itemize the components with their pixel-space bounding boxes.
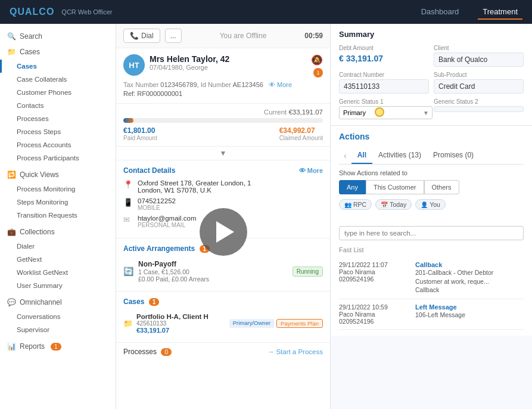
summary-grid: Debt Amount € 33,191.07 Client Bank of Q… xyxy=(339,45,524,119)
contract-number-label: Contract Number xyxy=(339,72,429,78)
sidebar-item-process-participants[interactable]: Process Participants xyxy=(0,151,116,165)
search-input[interactable] xyxy=(339,226,524,240)
patient-right: 🔕 1 xyxy=(311,54,323,78)
sidebar-reports-label: Reports xyxy=(20,342,45,351)
fast-list-date-0: 29/11/2022 11:07 xyxy=(339,261,410,268)
filter-buttons: Any This Customer Others xyxy=(339,180,524,194)
rpc-icon: 👥 xyxy=(344,202,351,208)
sidebar-item-user-summary[interactable]: User Summary xyxy=(0,279,116,292)
sidebar-item-getnext[interactable]: GetNext xyxy=(0,253,116,266)
tab-activities[interactable]: Activities (13) xyxy=(372,147,427,164)
filter-this-customer-button[interactable]: This Customer xyxy=(366,180,424,194)
paid-amount: €1,801.00 xyxy=(123,126,157,135)
email-icon: ✉ xyxy=(123,215,133,224)
search-icon: 🔍 xyxy=(7,32,16,41)
sidebar-cases-header[interactable]: 📁 Cases xyxy=(0,44,116,60)
fast-list-date-1: 29/11/2022 10:59 xyxy=(339,303,410,311)
claimed-section: €34,992.07 Claimed Amount xyxy=(279,126,323,141)
generic-status1-select[interactable]: Primary xyxy=(339,106,433,119)
video-play-button[interactable] xyxy=(200,208,247,256)
cases-section: Cases 1 📁 Portfolio H-A, Client H 425610… xyxy=(116,292,330,343)
tab-promises[interactable]: Promises (0) xyxy=(427,147,480,164)
sidebar-item-conversations[interactable]: Conversations xyxy=(0,310,116,323)
email-address: htaylor@gmail.com xyxy=(138,215,197,222)
tax-number: 0123456789 xyxy=(160,81,197,88)
paid-section: €1,801.00 Paid Amount xyxy=(123,126,157,141)
user-icon: 👤 xyxy=(421,202,428,208)
cases-section-title: Cases 1 xyxy=(123,298,323,306)
fast-list-left-1: 29/11/2022 10:59 Paco Nirama 0209524196 xyxy=(339,303,410,325)
contact-details-title: Contact Details 👁 More xyxy=(123,166,323,175)
more-options-button[interactable]: ... xyxy=(165,29,182,43)
arrangement-details: Non-Payoff 1 Case, €1,526.00£0.00 Paid, … xyxy=(138,260,288,283)
fast-list-label: Fast List xyxy=(339,246,524,253)
sidebar-item-dialer[interactable]: Dialer xyxy=(0,240,116,253)
contact-address: Oxford Street 178, Greater London, 1 Lon… xyxy=(138,179,251,194)
address-text: Oxford Street 178, Greater London, 1 xyxy=(138,179,251,187)
main-layout: 🔍 Search 📁 Cases Cases Case Collaterals … xyxy=(0,24,532,409)
claimed-amount: €34,992.07 xyxy=(279,126,323,135)
start-process-link[interactable]: → Start a Process xyxy=(267,348,323,355)
fast-list-type-0[interactable]: Callback xyxy=(415,261,524,268)
folder-icon: 📁 xyxy=(123,319,133,328)
arrangement-item: 🔄 Non-Payoff 1 Case, €1,526.00£0.00 Paid… xyxy=(123,258,323,285)
tag-rpc[interactable]: 👥 RPC xyxy=(339,199,372,210)
filter-others-button[interactable]: Others xyxy=(424,180,459,194)
sidebar-search[interactable]: 🔍 Search xyxy=(0,29,116,44)
sidebar-item-supervisor[interactable]: Supervisor xyxy=(0,323,116,336)
expand-button[interactable]: ▼ xyxy=(116,147,330,160)
sidebar-item-cases[interactable]: Cases xyxy=(0,60,116,73)
collections-icon: 💼 xyxy=(7,228,16,236)
location-icon: 📍 xyxy=(123,180,133,189)
eye-icon-sm: 👁 xyxy=(299,167,306,174)
nav-dashboard[interactable]: Dashboard xyxy=(416,5,464,20)
sidebar-collections-header[interactable]: 💼 Collections xyxy=(0,224,116,240)
contract-number-field: Contract Number 435110133 xyxy=(339,72,429,94)
sidebar-item-steps-monitoring[interactable]: Steps Monitoring xyxy=(0,196,116,209)
filter-any-button[interactable]: Any xyxy=(339,180,366,194)
amounts-row: €1,801.00 Paid Amount €34,992.07 Claimed… xyxy=(123,126,323,141)
sidebar-item-customer-phones[interactable]: Customer Phones xyxy=(0,86,116,99)
nav-treatment[interactable]: Treatment xyxy=(478,5,522,20)
tag-row: 👥 RPC 📅 Today 👤 You xyxy=(339,199,524,210)
sidebar-item-processes[interactable]: Processes xyxy=(0,112,116,125)
contact-mute-icon: 🔕 xyxy=(311,54,323,66)
sidebar-item-contacts[interactable]: Contacts xyxy=(0,99,116,112)
sidebar-item-case-collaterals[interactable]: Case Collaterals xyxy=(0,73,116,86)
tag-today[interactable]: 📅 Today xyxy=(375,199,412,210)
nav-right: Dashboard Treatment xyxy=(416,5,522,20)
top-navigation: QUALCO QCR Web Officer Dashboard Treatme… xyxy=(0,0,532,24)
sidebar-item-transition-requests[interactable]: Transition Requests xyxy=(0,209,116,222)
sidebar-omnichannel-header[interactable]: 💬 Omnichannel xyxy=(0,295,116,310)
tab-prev-button[interactable]: ‹ xyxy=(339,148,351,163)
cases-badge: 1 xyxy=(149,298,160,306)
actions-title: Actions xyxy=(339,132,524,141)
sidebar: 🔍 Search 📁 Cases Cases Case Collaterals … xyxy=(0,24,116,409)
tag-you[interactable]: 👤 You xyxy=(415,199,446,210)
more-link[interactable]: More xyxy=(277,81,292,88)
generic-status1-dropdown[interactable]: Primary ▼ xyxy=(339,106,429,119)
progress-bar xyxy=(123,118,323,123)
patient-ref: Ref: RF0000000001 xyxy=(123,90,323,97)
avatar: HT xyxy=(123,54,145,76)
generic-status2-field: Generic Status 2 xyxy=(434,98,524,119)
sidebar-cases-label: Cases xyxy=(20,48,40,56)
sidebar-item-worklist-getnext[interactable]: Worklist GetNext xyxy=(0,266,116,279)
sidebar-item-process-steps[interactable]: Process Steps xyxy=(0,125,116,138)
contact-more-link[interactable]: 👁 More xyxy=(299,167,323,174)
phone-type: MOBILE xyxy=(138,204,176,211)
offline-status: You are Offline xyxy=(186,32,300,40)
call-bar: 📞 Dial ... You are Offline 00:59 xyxy=(116,24,330,48)
sidebar-item-process-monitoring[interactable]: Process Monitoring xyxy=(0,182,116,196)
sidebar-reports-header[interactable]: 📊 Reports 1 xyxy=(0,339,116,354)
sidebar-item-process-accounts[interactable]: Process Accounts xyxy=(0,138,116,151)
eye-icon[interactable]: 👁 More xyxy=(269,81,292,88)
fast-list-type-1[interactable]: Left Message xyxy=(415,303,524,311)
generic-status2-value xyxy=(434,106,524,112)
tab-all[interactable]: All xyxy=(351,147,372,164)
sidebar-omnichannel-label: Omnichannel xyxy=(20,298,62,306)
sidebar-quick-views-header[interactable]: 🔁 Quick Views xyxy=(0,167,116,182)
fast-list-right-1: Left Message 106-Left Message xyxy=(415,303,524,325)
dial-button[interactable]: 📞 Dial xyxy=(123,29,160,43)
sub-product-field: Sub-Product Credit Card xyxy=(434,72,524,94)
